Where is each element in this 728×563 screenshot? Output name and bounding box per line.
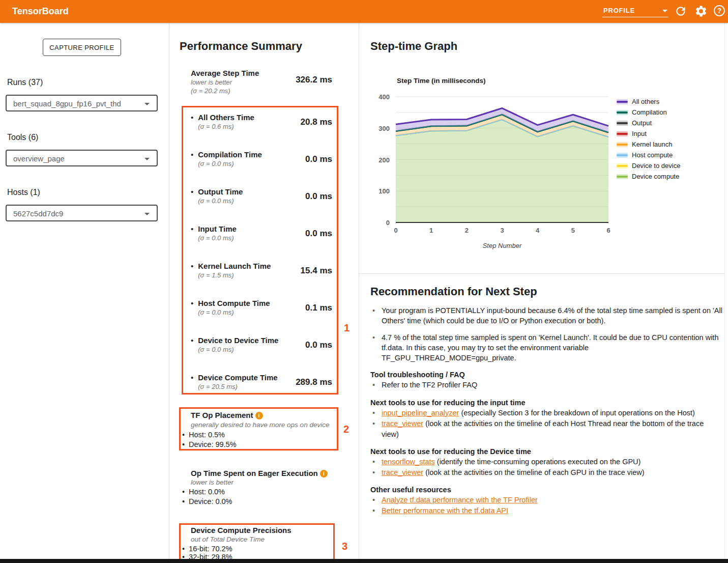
metric-row: • Kernel Launch Time (σ = 1.5 ms) 15.4 m… xyxy=(191,262,332,279)
list-item: trace_viewer (look at the activities on … xyxy=(370,467,722,478)
legend-entry: All others xyxy=(617,96,680,107)
metric-sigma: (σ = 20.2 ms) xyxy=(191,87,259,95)
gear-icon xyxy=(694,5,708,18)
svg-text:Step Time (in milliseconds): Step Time (in milliseconds) xyxy=(397,77,486,85)
recommendation-title: Recommendation for Next Step xyxy=(370,285,722,298)
legend-entry: Compilation xyxy=(617,107,680,118)
chevron-down-icon xyxy=(662,10,667,12)
legend-entry: Device to device xyxy=(617,160,680,171)
settings-button[interactable] xyxy=(694,5,708,18)
bullet: • xyxy=(182,497,185,505)
legend-swatch xyxy=(617,121,628,126)
bullet: • xyxy=(191,299,193,317)
metric-label: Output Time xyxy=(198,187,243,196)
bottom-edge xyxy=(0,559,728,563)
link[interactable]: Better performance with the tf.data API xyxy=(382,506,508,515)
reload-button[interactable] xyxy=(674,5,687,18)
chart-legend: All others Compilation Output Input Kern… xyxy=(617,96,680,182)
metric-label: Device to Device Time xyxy=(198,336,278,345)
metric-row: • Output Time (σ = 0.0 ms) 0.0 ms xyxy=(191,187,332,205)
tf-op-placement-host: •Host: 0.5% xyxy=(182,430,225,440)
svg-text:100: 100 xyxy=(378,187,390,195)
tf-op-placement-heading: TF Op Placementi xyxy=(191,410,263,420)
metric-value: 326.2 ms xyxy=(296,75,332,95)
legend-swatch xyxy=(617,131,628,136)
legend-swatch xyxy=(617,110,628,115)
metric-row: • Device Compute Time (σ = 20.5 ms) 289.… xyxy=(191,373,332,391)
metric-value: 0.0 ms xyxy=(305,340,332,354)
metric-value: 0.1 ms xyxy=(305,303,332,317)
tools-select[interactable]: overview_page xyxy=(6,150,158,166)
list-item: Refer to the TF2 Profiler FAQ xyxy=(370,380,722,390)
metric-label: Device Compute Time xyxy=(198,373,277,382)
runs-select[interactable]: bert_squad_8gpu_fp16_pvt_thd xyxy=(6,95,158,111)
tools-select-value: overview_page xyxy=(13,154,65,163)
metric-label: Host Compute Time xyxy=(198,299,270,308)
svg-text:300: 300 xyxy=(378,125,390,132)
metric-value: 15.4 ms xyxy=(301,266,332,279)
svg-text:4: 4 xyxy=(536,227,540,234)
average-step-time-row: Average Step Time lower is better (σ = 2… xyxy=(191,69,332,95)
performance-summary-title: Performance Summary xyxy=(180,40,302,53)
metric-sigma: (σ = 0.0 ms) xyxy=(198,308,270,317)
svg-text:Step Number: Step Number xyxy=(483,242,522,249)
info-icon[interactable]: i xyxy=(255,412,263,419)
bullet: • xyxy=(191,262,193,279)
metric-label: Compilation Time xyxy=(198,150,262,159)
annotation-number-2: 2 xyxy=(343,424,349,435)
bullet: • xyxy=(182,440,185,448)
info-icon[interactable]: i xyxy=(320,470,328,477)
eager-host: •Host: 0.0% xyxy=(182,487,225,497)
section-heading: Next tools to use for reducing the Devic… xyxy=(370,447,722,456)
metric-label: Input Time xyxy=(198,224,237,234)
metric-label: All Others Time xyxy=(198,113,254,122)
link[interactable]: input_pipeline_analyzer xyxy=(382,409,459,417)
svg-text:200: 200 xyxy=(378,156,390,164)
legend-swatch xyxy=(617,142,628,147)
precisions-heading: Device Compute Precisions xyxy=(191,525,292,535)
metric-value: 289.8 ms xyxy=(296,377,332,391)
metric-row: • Device to Device Time (σ = 0.0 ms) 0.0… xyxy=(191,336,332,354)
list-item: Better performance with the tf.data API xyxy=(370,505,722,516)
legend-entry: Kernel launch xyxy=(617,139,680,150)
bullet: • xyxy=(191,373,193,391)
legend-entry: Output xyxy=(617,118,680,128)
recommendation-bullet: Your program is POTENTIALLY input-bound … xyxy=(370,305,722,326)
chevron-down-icon xyxy=(144,213,150,215)
metric-row: • Input Time (σ = 0.0 ms) 0.0 ms xyxy=(191,224,332,242)
metric-sigma: (σ = 0.0 ms) xyxy=(198,345,278,354)
eager-device: •Device: 0.0% xyxy=(182,497,232,506)
chevron-down-icon xyxy=(144,103,150,105)
metric-value: 0.0 ms xyxy=(305,191,332,205)
hosts-select-value: 5627c5dd7dc9 xyxy=(13,209,63,218)
section-heading: Other useful resources xyxy=(370,486,722,494)
right-column-divider xyxy=(359,273,724,274)
eager-heading: Op Time Spent on Eager Executioni xyxy=(191,468,328,478)
svg-text:0: 0 xyxy=(386,219,390,227)
metric-sigma: (σ = 20.5 ms) xyxy=(198,382,277,391)
svg-text:400: 400 xyxy=(378,93,390,101)
link[interactable]: trace_viewer xyxy=(382,468,423,476)
dashboard-selector[interactable]: PROFILE xyxy=(602,4,668,17)
metric-label: Average Step Time xyxy=(191,69,259,78)
app-header: TensorBoard PROFILE ? xyxy=(0,0,728,23)
capture-profile-button[interactable]: CAPTURE PROFILE xyxy=(43,39,121,56)
legend-entry: Host compute xyxy=(617,150,680,160)
legend-swatch xyxy=(617,99,628,104)
metric-row: • Compilation Time (σ = 0.0 ms) 0.0 ms xyxy=(191,150,332,168)
legend-entry: Device compute xyxy=(617,171,680,182)
tools-label: Tools (6) xyxy=(7,133,38,142)
link[interactable]: tensorflow_stats xyxy=(382,458,435,466)
help-button[interactable]: ? xyxy=(714,5,727,18)
metric-sigma: (σ = 0.0 ms) xyxy=(198,159,262,168)
link[interactable]: trace_viewer xyxy=(382,419,423,428)
hosts-select[interactable]: 5627c5dd7dc9 xyxy=(6,205,158,221)
scrollbar-track[interactable] xyxy=(724,23,725,563)
list-item: tensorflow_stats (identify the time-cons… xyxy=(370,457,722,467)
bullet: • xyxy=(182,488,185,496)
link[interactable]: Analyze tf.data performance with the TF … xyxy=(382,496,538,504)
precisions-note: out of Total Device Time xyxy=(191,535,265,544)
metric-sigma: (σ = 0.0 ms) xyxy=(198,234,237,242)
app-title: TensorBoard xyxy=(12,6,69,17)
annotation-number-1: 1 xyxy=(344,322,350,334)
